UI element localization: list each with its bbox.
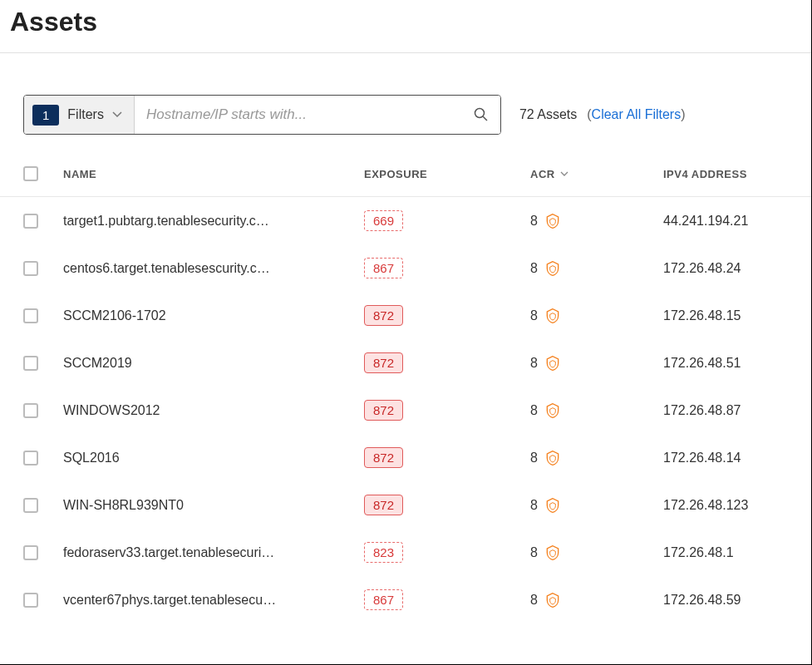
asset-name: SCCM2106-1702 (63, 308, 364, 323)
acr-cell: 8 (530, 260, 663, 277)
asset-name: vcenter67phys.target.tenablesecu… (63, 593, 364, 608)
acr-value: 8 (530, 545, 538, 560)
ipv4-address: 172.26.48.14 (663, 451, 788, 466)
table-row[interactable]: SCCM20198728172.26.48.51 (0, 339, 811, 387)
row-checkbox[interactable] (23, 356, 38, 371)
table-row[interactable]: SCCM2106-17028728172.26.48.15 (0, 292, 811, 339)
acr-value: 8 (530, 356, 538, 371)
asset-name: WINDOWS2012 (63, 403, 364, 418)
table-row[interactable]: fedoraserv33.target.tenablesecuri…823817… (0, 529, 811, 576)
exposure-badge: 872 (364, 400, 403, 421)
exposure-cell: 823 (364, 542, 530, 563)
row-checkbox-cell (23, 261, 63, 276)
shield-icon (544, 213, 561, 229)
row-checkbox-cell (23, 593, 63, 608)
header-acr[interactable]: ACR (530, 168, 663, 180)
shield-icon (544, 308, 561, 324)
select-all-checkbox[interactable] (23, 166, 38, 181)
exposure-cell: 872 (364, 447, 530, 468)
exposure-badge: 872 (364, 305, 403, 326)
sort-desc-icon (560, 170, 568, 179)
acr-value: 8 (530, 308, 538, 323)
ipv4-address: 172.26.48.123 (663, 498, 788, 513)
acr-cell: 8 (530, 544, 663, 561)
row-checkbox-cell (23, 403, 63, 418)
assets-table: NAME EXPOSURE ACR IPV4 ADDRESS target1.p… (0, 151, 811, 623)
exposure-badge: 872 (364, 352, 403, 373)
shield-icon (544, 355, 561, 372)
toolbar: 1 Filters 72 Assets (Clear All Filters) (0, 53, 811, 151)
table-row[interactable]: target1.pubtarg.tenablesecurity.c…669844… (0, 197, 811, 244)
exposure-badge: 823 (364, 542, 403, 563)
exposure-cell: 872 (364, 495, 530, 515)
asset-count: 72 Assets (519, 107, 577, 122)
acr-cell: 8 (530, 592, 663, 608)
asset-name: SCCM2019 (63, 356, 364, 371)
ipv4-address: 172.26.48.1 (663, 545, 788, 560)
exposure-cell: 669 (364, 210, 530, 231)
exposure-badge: 872 (364, 495, 403, 515)
row-checkbox[interactable] (23, 593, 38, 608)
acr-cell: 8 (530, 213, 663, 229)
svg-point-0 (475, 109, 484, 118)
acr-value: 8 (530, 403, 538, 418)
header-name[interactable]: NAME (63, 168, 364, 180)
ipv4-address: 44.241.194.21 (663, 214, 788, 229)
header-exposure[interactable]: EXPOSURE (364, 168, 530, 180)
ipv4-address: 172.26.48.87 (663, 403, 788, 418)
row-checkbox[interactable] (23, 545, 38, 560)
exposure-badge: 669 (364, 210, 403, 231)
acr-cell: 8 (530, 402, 663, 419)
acr-cell: 8 (530, 308, 663, 324)
exposure-cell: 867 (364, 589, 530, 610)
table-header: NAME EXPOSURE ACR IPV4 ADDRESS (0, 151, 811, 197)
ipv4-address: 172.26.48.51 (663, 356, 788, 371)
asset-name: WIN-SH8RL939NT0 (63, 498, 364, 513)
shield-icon (544, 592, 561, 608)
table-row[interactable]: WINDOWS20128728172.26.48.87 (0, 387, 811, 434)
table-row[interactable]: WIN-SH8RL939NT08728172.26.48.123 (0, 481, 811, 529)
row-checkbox[interactable] (23, 214, 38, 229)
acr-value: 8 (530, 593, 538, 608)
acr-value: 8 (530, 451, 538, 466)
acr-cell: 8 (530, 355, 663, 372)
page-title: Assets (0, 0, 811, 53)
header-checkbox-cell (23, 166, 63, 181)
exposure-cell: 872 (364, 305, 530, 326)
row-checkbox-cell (23, 214, 63, 229)
search-input[interactable] (135, 106, 462, 123)
search-icon[interactable] (462, 107, 500, 122)
acr-value: 8 (530, 498, 538, 513)
row-checkbox-cell (23, 356, 63, 371)
asset-name: SQL2016 (63, 451, 364, 466)
row-checkbox[interactable] (23, 498, 38, 513)
filters-button[interactable]: 1 Filters (24, 96, 135, 134)
acr-value: 8 (530, 261, 538, 276)
row-checkbox[interactable] (23, 403, 38, 418)
filters-label: Filters (67, 107, 104, 122)
header-ipv4[interactable]: IPV4 ADDRESS (663, 168, 788, 180)
paren-close: ) (681, 107, 685, 121)
row-checkbox-cell (23, 545, 63, 560)
shield-icon (544, 450, 561, 466)
clear-filters-wrap: (Clear All Filters) (587, 107, 685, 122)
filter-count-badge: 1 (32, 105, 59, 126)
table-body: target1.pubtarg.tenablesecurity.c…669844… (0, 197, 811, 623)
asset-name: target1.pubtarg.tenablesecurity.c… (63, 214, 364, 229)
exposure-cell: 867 (364, 258, 530, 278)
row-checkbox[interactable] (23, 308, 38, 323)
ipv4-address: 172.26.48.24 (663, 261, 788, 276)
table-row[interactable]: vcenter67phys.target.tenablesecu…8678172… (0, 576, 811, 623)
exposure-badge: 867 (364, 258, 403, 278)
exposure-cell: 872 (364, 352, 530, 373)
clear-all-filters-link[interactable]: Clear All Filters (592, 107, 682, 121)
acr-cell: 8 (530, 450, 663, 466)
exposure-badge: 872 (364, 447, 403, 468)
table-row[interactable]: centos6.target.tenablesescurity.c…867817… (0, 244, 811, 292)
row-checkbox[interactable] (23, 451, 38, 466)
asset-name: centos6.target.tenablesescurity.c… (63, 261, 364, 276)
table-row[interactable]: SQL20168728172.26.48.14 (0, 434, 811, 481)
row-checkbox-cell (23, 308, 63, 323)
row-checkbox[interactable] (23, 261, 38, 276)
exposure-badge: 867 (364, 589, 403, 610)
